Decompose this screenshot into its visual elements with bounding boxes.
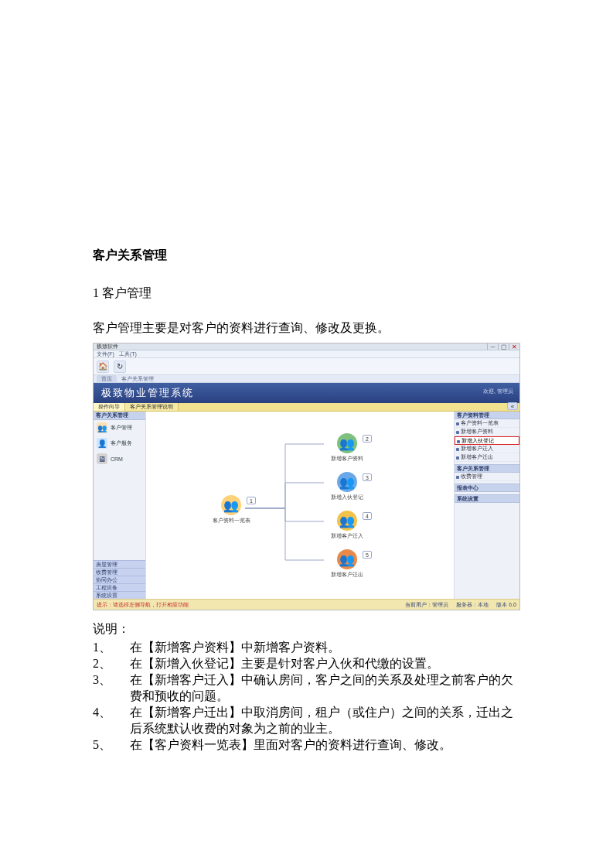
node-label: 新增客户迁入	[324, 532, 370, 540]
left-navigation: 客户关系管理 👥客户管理👤客户服务🖥CRM 房屋管理收费管理协同办公工程设备系统…	[94, 412, 146, 599]
status-version: 版本 6.0	[496, 601, 516, 609]
tab-bar: 操作向导 客户关系管理说明	[94, 403, 519, 412]
explain-item: 1、在【新增客户资料】中新增客户资料。	[93, 639, 520, 655]
doc-heading: 客户关系管理	[93, 248, 520, 264]
explain-item-num: 5、	[93, 736, 130, 753]
explain-item: 3、在【新增客户迁入】中确认房间，客户之间的关系及处理之前客户的欠费和预收的问题…	[93, 672, 520, 704]
right-panel: « 客户资料管理 客户资料一览表新增客户资料新增入伙登记新增客户迁入新增客户迁出…	[454, 412, 519, 599]
titlebar-text: 极致软件	[97, 343, 118, 350]
right-panel-heading: 客户资料管理	[455, 412, 519, 419]
sidebar-item-icon: 👥	[97, 422, 107, 433]
toolbar-home-icon[interactable]: 🏠	[97, 361, 109, 373]
toolbar: 🏠 ↻	[94, 358, 519, 375]
panel-collapse-button[interactable]: «	[507, 402, 518, 410]
tab-desc[interactable]: 客户关系管理说明	[125, 403, 179, 411]
sidebar-category[interactable]: 协同办公	[94, 576, 145, 583]
node-badge: 4	[363, 512, 372, 520]
sidebar-category[interactable]: 工程设备	[94, 583, 145, 591]
node-label: 新增客户迁出	[324, 571, 370, 579]
explain-item-num: 1、	[93, 639, 130, 655]
explain-item: 2、在【新增入伙登记】主要是针对客户入伙和代缴的设置。	[93, 655, 520, 672]
right-section-heading[interactable]: 报表中心	[455, 484, 519, 492]
minimize-button[interactable]: ─	[487, 343, 498, 350]
node-label: 新增入伙登记	[324, 494, 370, 501]
status-user: 当前用户：管理员	[405, 601, 448, 609]
users-icon: 👥	[221, 495, 241, 515]
app-banner: 极致物业管理系统 欢迎, 管理员	[94, 383, 519, 403]
status-server: 服务器：本地	[456, 601, 489, 609]
sidebar-item-icon: 🖥	[97, 453, 107, 464]
badge-1: 1	[247, 497, 256, 504]
explain-item-text: 在【客户资料一览表】里面对客户的资料进行查询、修改。	[130, 736, 520, 753]
right-panel-item[interactable]: 新增客户迁入	[455, 445, 519, 453]
node-badge: 3	[363, 473, 372, 481]
explain-item-num: 2、	[93, 655, 130, 672]
sidebar-item-icon: 👤	[97, 438, 107, 449]
sidebar-item-label: 客户管理	[111, 424, 132, 432]
node-icon: 👥	[337, 433, 357, 453]
breadcrumb-home[interactable]: 首页	[97, 375, 117, 383]
maximize-button[interactable]: ▢	[498, 343, 509, 350]
explain-item-text: 在【新增客户资料】中新增客户资料。	[130, 639, 520, 655]
right-section-heading[interactable]: 客户关系管理	[455, 464, 519, 473]
right-section-heading[interactable]: 系统设置	[455, 494, 519, 503]
right-panel-item[interactable]: 新增入伙登记	[455, 436, 519, 445]
node-icon: 👥	[337, 472, 357, 492]
section-number: 1 客户管理	[93, 285, 520, 302]
explain-heading: 说明：	[93, 621, 520, 637]
explain-item-text: 在【新增客户迁入】中确认房间，客户之间的关系及处理之前客户的欠费和预收的问题。	[130, 672, 520, 704]
explain-item: 5、在【客户资料一览表】里面对客户的资料进行查询、修改。	[93, 736, 520, 753]
app-title: 极致物业管理系统	[101, 386, 194, 400]
connector-lines	[146, 412, 454, 599]
node-badge: 5	[363, 551, 372, 559]
node-icon: 👥	[337, 511, 357, 531]
left-bottom-bars: 房屋管理收费管理协同办公工程设备系统设置	[94, 560, 145, 599]
window-titlebar: 极致软件 ─ ▢ ✕	[94, 343, 519, 350]
right-panel-item[interactable]: 新增客户迁出	[455, 453, 519, 462]
explain-item-text: 在【新增入伙登记】主要是针对客户入伙和代缴的设置。	[130, 655, 520, 672]
sidebar-category[interactable]: 收费管理	[94, 568, 145, 576]
sidebar-item-label: 客户服务	[111, 439, 132, 447]
menu-file[interactable]: 文件(F)	[97, 350, 114, 358]
workflow-canvas: 👥 客户资料一览表 1 👥新增客户资料2👥新增入伙登记3👥新增客户迁入4👥新增客…	[146, 412, 454, 599]
intro-text: 客户管理主要是对客户的资料进行查询、修改及更换。	[93, 320, 520, 337]
node-badge: 2	[363, 435, 372, 443]
sidebar-item[interactable]: 🖥CRM	[94, 451, 145, 466]
right-panel-item[interactable]: 收费管理	[455, 473, 519, 481]
welcome-text: 欢迎, 管理员	[483, 388, 513, 395]
explain-item-text: 在【新增客户迁出】中取消房间，租户（或住户）之间的关系，迁出之后系统默认收费的对…	[130, 704, 520, 736]
node-label: 新增客户资料	[324, 455, 370, 463]
sidebar-category[interactable]: 系统设置	[94, 591, 145, 599]
sidebar-item-label: CRM	[111, 456, 123, 462]
menubar: 文件(F) 工具(T)	[94, 350, 519, 358]
node-root-label: 客户资料一览表	[208, 517, 254, 525]
sidebar-item[interactable]: 👥客户管理	[94, 420, 145, 436]
node-icon: 👥	[337, 549, 357, 569]
left-nav-heading: 客户关系管理	[94, 412, 145, 420]
menu-tools[interactable]: 工具(T)	[119, 350, 137, 358]
breadcrumb-path: 客户关系管理	[121, 375, 154, 383]
explain-item-num: 4、	[93, 704, 130, 736]
sidebar-category[interactable]: 房屋管理	[94, 560, 145, 568]
sidebar-item[interactable]: 👤客户服务	[94, 436, 145, 451]
status-bar: 提示：请选择左侧导航，打开相应功能 当前用户：管理员 服务器：本地 版本 6.0	[94, 599, 519, 610]
app-screenshot: 极致软件 ─ ▢ ✕ 文件(F) 工具(T) 🏠 ↻ 首页 客户关系管理 极致物…	[93, 343, 520, 610]
right-panel-item[interactable]: 新增客户资料	[455, 428, 519, 436]
right-panel-item[interactable]: 客户资料一览表	[455, 419, 519, 428]
explain-item: 4、在【新增客户迁出】中取消房间，租户（或住户）之间的关系，迁出之后系统默认收费…	[93, 704, 520, 736]
close-button[interactable]: ✕	[509, 343, 519, 350]
explain-item-num: 3、	[93, 672, 130, 704]
toolbar-refresh-icon[interactable]: ↻	[114, 361, 126, 373]
status-hint: 提示：请选择左侧导航，打开相应功能	[97, 601, 189, 609]
breadcrumb: 首页 客户关系管理	[94, 375, 519, 383]
tab-guide[interactable]: 操作向导	[94, 403, 125, 411]
